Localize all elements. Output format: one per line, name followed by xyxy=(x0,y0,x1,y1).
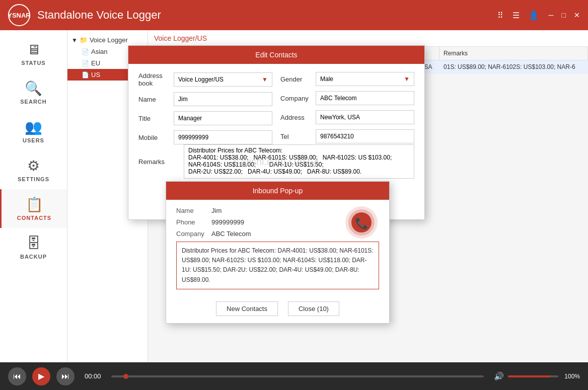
maximize-button[interactable]: □ xyxy=(562,11,566,19)
time-display: 00:00 xyxy=(85,372,101,380)
tel-input[interactable] xyxy=(316,129,414,143)
address-book-value: Voice Logger/US xyxy=(178,76,224,83)
sidebar-label-settings: SETTINGS xyxy=(18,176,49,182)
form-row-1: Address book Voice Logger/US ▼ Name xyxy=(138,72,414,144)
sidebar-label-contacts: CONTACTS xyxy=(17,215,51,221)
address-input[interactable] xyxy=(316,110,414,124)
form-right: Gender Male ▼ Company xyxy=(280,72,414,144)
volume-percentage: 100% xyxy=(564,373,580,380)
minimize-button[interactable]: ─ xyxy=(549,11,554,19)
next-icon: ⏭ xyxy=(61,372,69,381)
address-label: Address xyxy=(280,114,316,121)
sidebar-label-status: STATUS xyxy=(21,60,45,66)
address-book-dropdown-icon: ▼ xyxy=(262,76,268,83)
inbound-popup-header: Inbound Pop-up xyxy=(166,182,389,200)
popup-remarks-box: Distributor Prices for ABC Telecom: DAR-… xyxy=(176,242,379,289)
progress-dot xyxy=(123,374,128,379)
edit-contacts-body: Address book Voice Logger/US ▼ Name xyxy=(128,64,424,192)
next-button[interactable]: ⏭ xyxy=(56,367,75,385)
bottom-bar: ⏮ ▶ ⏭ 00:00 🔊 100% xyxy=(0,362,588,390)
address-book-select[interactable]: Voice Logger/US ▼ xyxy=(174,72,272,87)
play-icon: ▶ xyxy=(38,371,44,381)
sidebar-label-users: USERS xyxy=(23,137,44,143)
new-contacts-button[interactable]: New Contacts xyxy=(216,301,278,316)
gender-row: Gender Male ▼ xyxy=(280,72,414,86)
users-icon: 👥 xyxy=(25,119,42,135)
mobile-row: Mobile xyxy=(138,130,272,144)
sidebar-item-users[interactable]: 👥 USERS xyxy=(0,112,67,150)
address-book-row: Address book Voice Logger/US ▼ xyxy=(138,72,272,87)
popup-name-value: Jim xyxy=(211,207,222,214)
monitor-icon: 🖥 xyxy=(27,41,41,58)
search-icon: 🔍 xyxy=(25,80,42,97)
form-left: Address book Voice Logger/US ▼ Name xyxy=(138,72,272,144)
app-title: Standalone Voice Logger xyxy=(37,9,497,22)
gender-dropdown-icon: ▼ xyxy=(404,75,410,83)
title-label: Title xyxy=(138,115,174,122)
content-area: ▼ 📁 Voice Logger 📄 Asian 📄 EU 📄 US xyxy=(67,30,588,362)
sidebar-item-settings[interactable]: ⚙ SETTINGS xyxy=(0,150,67,189)
title-row: Title xyxy=(138,111,272,125)
popup-company-value: ABC Telecom xyxy=(211,230,251,238)
user-icon[interactable]: 👤 xyxy=(529,11,539,20)
contacts-icon: 📋 xyxy=(26,196,43,213)
inbound-popup-footer: New Contacts Close (10) xyxy=(166,296,389,323)
main-layout: 🖥 STATUS 🔍 SEARCH 👥 USERS ⚙ SETTINGS 📋 C… xyxy=(0,30,588,362)
company-input[interactable] xyxy=(316,91,414,105)
titlebar-icons: ⠿ ☰ 👤 xyxy=(497,11,539,20)
sidebar-item-backup[interactable]: 🗄 BACKUP xyxy=(0,228,67,267)
name-label: Name xyxy=(138,96,174,103)
inbound-popup-body: Name Jim Phone 999999999 Company ABC Tel… xyxy=(166,200,389,296)
close-popup-button[interactable]: Close (10) xyxy=(288,301,339,316)
name-input[interactable] xyxy=(174,92,272,106)
backup-icon: 🗄 xyxy=(27,235,41,252)
sidebar-label-search: SEARCH xyxy=(20,99,46,105)
app-logo: YSNAR xyxy=(8,4,30,26)
window-controls: ─ □ ✕ xyxy=(549,11,580,19)
volume-fill xyxy=(508,375,551,377)
name-row: Name xyxy=(138,92,272,106)
remarks-row: Remarks Distributor Prices for ABC Telec… xyxy=(138,144,414,179)
gender-label: Gender xyxy=(280,75,316,83)
volume-bar[interactable] xyxy=(508,375,558,377)
titlebar: YSNAR Standalone Voice Logger ⠿ ☰ 👤 ─ □ … xyxy=(0,0,588,30)
company-row: Company xyxy=(280,91,414,105)
popup-name-label: Name xyxy=(176,207,211,214)
gender-select[interactable]: Male ▼ xyxy=(316,72,414,86)
tel-row: Tel xyxy=(280,129,414,143)
popup-company-label: Company xyxy=(176,230,211,238)
close-button[interactable]: ✕ xyxy=(574,11,580,19)
sidebar-item-search[interactable]: 🔍 SEARCH xyxy=(0,73,67,112)
mobile-label: Mobile xyxy=(138,134,174,141)
sidebar-item-contacts[interactable]: 📋 CONTACTS xyxy=(0,189,67,228)
gender-value: Male xyxy=(320,75,333,83)
title-input[interactable] xyxy=(174,111,272,125)
sidebar-item-status[interactable]: 🖥 STATUS xyxy=(0,34,67,73)
volume-icon[interactable]: 🔊 xyxy=(494,371,504,381)
svg-text:📞: 📞 xyxy=(355,216,369,230)
list-icon[interactable]: ☰ xyxy=(512,11,520,20)
volume-section: 🔊 100% xyxy=(494,371,580,381)
play-button[interactable]: ▶ xyxy=(32,367,50,385)
address-row: Address xyxy=(280,110,414,124)
remarks-textarea[interactable]: Distributor Prices for ABC Telecom: DAR-… xyxy=(184,144,414,179)
prev-icon: ⏮ xyxy=(13,372,21,381)
phone-ringing-icon: 📞 xyxy=(344,205,379,246)
progress-bar[interactable] xyxy=(111,375,484,377)
mobile-input[interactable] xyxy=(174,130,272,144)
popup-phone-value: 999999999 xyxy=(211,218,244,226)
address-book-label: Address book xyxy=(138,72,174,87)
tel-label: Tel xyxy=(280,133,316,140)
modal-overlay: Edit Contacts Address book Voice Logger/… xyxy=(67,30,588,362)
sidebar-label-backup: BACKUP xyxy=(20,254,47,260)
prev-button[interactable]: ⏮ xyxy=(8,367,26,385)
edit-contacts-header: Edit Contacts xyxy=(128,46,424,64)
grid-icon[interactable]: ⠿ xyxy=(497,11,503,20)
inbound-popup: Inbound Pop-up Name Jim Phone 999999999 … xyxy=(166,181,390,324)
settings-icon: ⚙ xyxy=(27,158,40,174)
sidebar: 🖥 STATUS 🔍 SEARCH 👥 USERS ⚙ SETTINGS 📋 C… xyxy=(0,30,67,362)
remarks-label: Remarks xyxy=(138,158,184,166)
company-label: Company xyxy=(280,95,316,102)
popup-phone-label: Phone xyxy=(176,218,211,226)
